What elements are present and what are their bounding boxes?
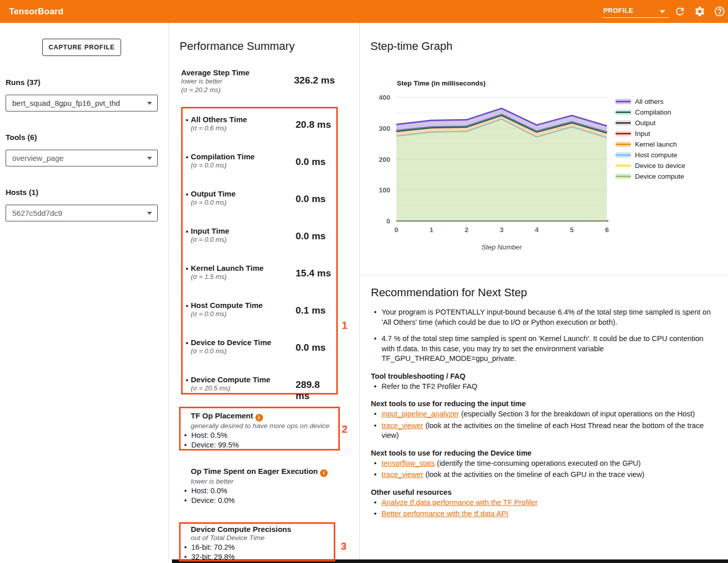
legend-item: Device compute <box>616 171 685 182</box>
tensorflow-stats-link[interactable]: tensorflow_stats <box>382 459 435 467</box>
dashboard-selector-value: PROFILE <box>603 7 633 14</box>
tf-op-placement-device: Device: 99.5% <box>184 440 342 450</box>
bullet-icon: • <box>186 301 188 310</box>
refresh-icon <box>674 6 686 17</box>
input-tools-section: Next tools to use for reducing the input… <box>371 400 713 441</box>
metric-sigma: (σ = 0.0 ms) <box>191 198 293 207</box>
device-tools-item-text: (identify the time-consuming operations … <box>435 459 641 467</box>
trace-viewer-link[interactable]: trace_viewer <box>382 470 423 478</box>
other-resources-item: Analyze tf.data performance with the TF … <box>371 498 713 508</box>
compute-precisions-32bit: 32-bit: 29.8% <box>184 552 342 562</box>
metric-value: 0.0 ms <box>296 342 326 353</box>
legend-swatch-icon <box>616 141 631 148</box>
metric-label: Host Compute Time <box>191 301 293 309</box>
recommendation-bullets: Your program is POTENTIALLY input-bound … <box>371 307 713 364</box>
info-icon[interactable]: i <box>320 469 328 477</box>
legend-swatch-icon <box>616 173 631 180</box>
dashboard-selector[interactable]: PROFILE <box>603 4 669 18</box>
bullet-icon: • <box>186 190 188 199</box>
legend-label: Device compute <box>635 173 684 180</box>
settings-button[interactable] <box>694 6 706 17</box>
metric-sigma: (σ = 20.5 ms) <box>191 384 293 392</box>
annotation-1-label: 1 <box>342 320 347 331</box>
legend-swatch-icon <box>616 109 631 116</box>
legend-item: Compilation <box>616 107 685 118</box>
tfdata-api-link[interactable]: Better performance with the tf.data API <box>382 510 508 518</box>
annotation-2-label: 2 <box>342 424 347 435</box>
eager-execution-host: Host: 0.0% <box>184 486 342 496</box>
hosts-select-value: 5627c5dd7dc9 <box>12 209 62 217</box>
device-tools-item: tensorflow_stats (identify the time-cons… <box>371 459 713 469</box>
sidebar-divider <box>168 23 169 563</box>
app-title: TensorBoard <box>9 0 64 23</box>
legend-label: Device to device <box>635 162 685 170</box>
metric-label: Device Compute Time <box>191 375 293 384</box>
svg-text:400: 400 <box>378 94 390 101</box>
metric-sigma: (σ = 1.5 ms) <box>191 272 293 281</box>
metric-value: 20.8 ms <box>296 119 331 130</box>
metric-value: 0.0 ms <box>296 231 326 242</box>
tfdata-profiler-link[interactable]: Analyze tf.data performance with the TF … <box>382 498 538 506</box>
annotation-3-label: 3 <box>341 541 346 552</box>
metric-value: 0.1 ms <box>296 305 326 316</box>
legend-item: Output <box>616 118 685 128</box>
chevron-down-icon <box>147 102 152 105</box>
refresh-button[interactable] <box>674 6 686 17</box>
chevron-down-icon <box>147 212 152 215</box>
faq-section: Tool troubleshooting / FAQ Refer to the … <box>371 372 713 392</box>
performance-summary-title: Performance Summary <box>180 40 295 53</box>
gear-icon <box>694 6 706 17</box>
metric-sigma: (σ = 0.0 ms) <box>191 309 293 318</box>
bullet-icon: • <box>186 339 188 347</box>
metric-label: Output Time <box>191 189 293 198</box>
average-step-time-value: 326.2 ms <box>294 75 335 86</box>
metric-label: Kernel Launch Time <box>191 264 293 272</box>
device-tools-item-text: (look at the activities on the timeline … <box>423 470 644 478</box>
metric-value: 289.8 ms <box>296 379 336 402</box>
input-tools-heading: Next tools to use for reducing the input… <box>371 400 713 408</box>
info-icon[interactable]: i <box>255 414 263 421</box>
svg-text:0: 0 <box>394 226 398 234</box>
tf-op-placement-subtitle: generally desired to have more ops on de… <box>184 421 342 431</box>
metric-value: 15.4 ms <box>296 268 331 279</box>
capture-profile-button[interactable]: CAPTURE PROFILE <box>42 39 121 56</box>
runs-select[interactable]: bert_squad_8gpu_fp16_pvt_thd <box>6 95 158 111</box>
svg-text:6: 6 <box>605 226 609 234</box>
hosts-select[interactable]: 5627c5dd7dc9 <box>6 205 158 221</box>
metric-sigma: (σ = 0.0 ms) <box>191 235 293 244</box>
svg-text:5: 5 <box>570 226 574 234</box>
svg-text:300: 300 <box>378 125 390 132</box>
chevron-down-icon <box>660 10 665 13</box>
tools-select[interactable]: overview_page <box>6 150 158 166</box>
input-tools-item-text: (look at the activities on the timeline … <box>382 421 704 440</box>
help-icon <box>714 6 725 17</box>
eager-execution-device: Device: 0.0% <box>184 496 342 505</box>
legend-label: Kernel launch <box>635 140 677 148</box>
tf-op-placement-host: Host: 0.5% <box>184 431 342 440</box>
legend-swatch-icon <box>616 162 631 169</box>
hosts-label: Hosts (1) <box>6 188 38 196</box>
device-tools-section: Next tools to use for reducing the Devic… <box>371 449 713 480</box>
svg-text:100: 100 <box>378 186 390 194</box>
faq-heading: Tool troubleshooting / FAQ <box>371 372 713 380</box>
legend-item: Kernel launch <box>616 139 685 150</box>
metric-label: Input Time <box>191 227 293 235</box>
tensorboard-profile-page: TensorBoard PROFILE CAPTURE PROFILE Runs… <box>0 0 728 563</box>
graph-recommendation-divider <box>360 275 728 275</box>
help-button[interactable] <box>714 6 725 17</box>
legend-item: All others <box>616 96 685 107</box>
legend-swatch-icon <box>616 130 631 137</box>
legend-swatch-icon <box>616 120 631 126</box>
chart-legend: All othersCompilationOutputInputKernel l… <box>616 96 685 182</box>
device-tools-item: trace_viewer (look at the activities on … <box>371 470 713 480</box>
eager-execution-subtitle: lower is better <box>184 477 342 486</box>
trace-viewer-link[interactable]: trace_viewer <box>382 421 423 430</box>
metric-label: All Others Time <box>191 115 293 124</box>
compute-precisions-16bit: 16-bit: 70.2% <box>184 543 342 552</box>
compute-precisions-title: Device Compute Precisions <box>184 525 342 533</box>
eager-execution-block: Op Time Spent on Eager Executioni lower … <box>184 467 342 505</box>
bullet-icon: • <box>186 264 188 273</box>
input-pipeline-analyzer-link[interactable]: input_pipeline_analyzer <box>382 410 459 418</box>
other-resources-heading: Other useful resources <box>371 488 713 496</box>
chart-xaxis-label: Step Number <box>451 243 552 251</box>
